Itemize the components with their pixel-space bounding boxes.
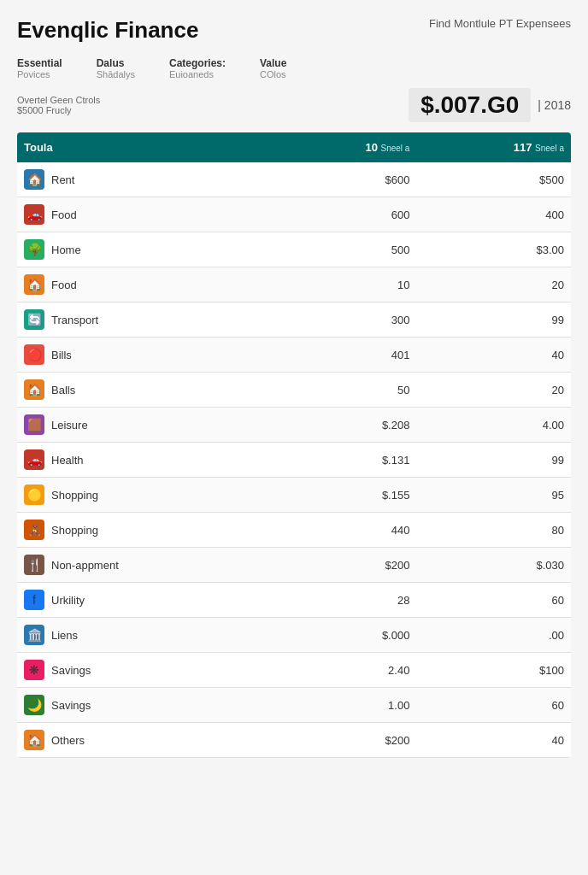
app-subtitle: Find Montlule PT Expensees	[429, 17, 571, 30]
category-cell: 🏠 Balls	[17, 373, 277, 408]
category-cell: 🚗 Health	[17, 443, 277, 478]
col2-value: 60	[416, 583, 571, 618]
table-row: 🌙 Savings 1.0060	[17, 688, 571, 723]
col2-value: 40	[416, 723, 571, 758]
category-icon: 🍴	[24, 555, 44, 575]
category-icon: 🚗	[24, 204, 44, 225]
table-row: 🟫 Leisure $.2084.00	[17, 408, 571, 443]
category-cell: 🍴 Non-appment	[17, 548, 277, 583]
meta-row: Essential Povices Dalus Shādalys Categor…	[17, 57, 571, 79]
col2-value: $100	[416, 653, 571, 688]
category-cell: 🚗 Food	[17, 197, 277, 232]
category-name: Shopping	[51, 489, 98, 502]
summary-left: Overtel Geen Ctrols $5000 Frucly	[17, 95, 100, 115]
table-row: 🍴 Non-appment $200$.030	[17, 548, 571, 583]
table-row: ❋ Savings 2.40$100	[17, 653, 571, 688]
col2-value: 4.00	[416, 408, 571, 443]
col1-value: 500	[277, 232, 416, 267]
category-name: Leisure	[51, 419, 88, 432]
col2-value: 99	[416, 443, 571, 478]
category-name: Liens	[51, 629, 78, 642]
col2-value: $3.00	[416, 232, 571, 267]
col1-value: $200	[277, 548, 416, 583]
col1-value: 440	[277, 513, 416, 548]
table-row: 🚗 Health $.13199	[17, 443, 571, 478]
category-icon: 🏠	[24, 379, 44, 400]
category-name: Balls	[51, 384, 75, 396]
meta-sublabel-2: Euioaneds	[169, 69, 226, 79]
col2-value: 40	[416, 338, 571, 373]
category-name: Food	[51, 279, 77, 291]
category-name: Non-appment	[51, 559, 119, 572]
summary-line1: Overtel Geen Ctrols	[17, 95, 100, 105]
col1-header: 10 Sneel a	[277, 132, 416, 162]
table-row: 🏠 Balls 5020	[17, 373, 571, 408]
col2-header: 117 Sneel a	[416, 132, 571, 162]
table-row: f Urkility 2860	[17, 583, 571, 618]
col2-value: 400	[416, 197, 571, 232]
col2-value: 95	[416, 478, 571, 513]
category-icon: 🌳	[24, 239, 44, 260]
app-title: Evenqlic Finance	[17, 17, 198, 44]
col2-value: 60	[416, 688, 571, 723]
category-cell: 🏠 Rent	[17, 162, 277, 197]
category-icon: 🧸	[24, 520, 44, 540]
category-cell: 🔴 Bills	[17, 338, 277, 373]
meta-sublabel-0: Povices	[17, 69, 62, 79]
col1-value: $200	[277, 723, 416, 758]
table-row: 🧸 Shopping 44080	[17, 513, 571, 548]
table-row: 🏠 Rent $600$500	[17, 162, 571, 197]
category-cell: ❋ Savings	[17, 653, 277, 688]
category-name: Home	[51, 244, 81, 256]
category-name: Bills	[51, 349, 72, 361]
category-icon: 🏛️	[24, 625, 44, 645]
category-name: Savings	[51, 699, 91, 712]
category-name: Shopping	[51, 524, 98, 537]
category-cell: 🟫 Leisure	[17, 408, 277, 443]
col1-value: 10	[277, 267, 416, 302]
category-icon: 🏠	[24, 169, 44, 190]
summary-row: Overtel Geen Ctrols $5000 Frucly $.007.G…	[17, 88, 571, 122]
col1-value: 2.40	[277, 653, 416, 688]
category-cell: 🌙 Savings	[17, 688, 277, 723]
category-icon: 🏠	[24, 274, 44, 295]
category-cell: 🏠 Food	[17, 267, 277, 302]
meta-label-0: Essential	[17, 57, 62, 69]
summary-line2: $5000 Frucly	[17, 105, 100, 115]
category-name: Transport	[51, 314, 98, 326]
meta-sublabel-3: COlos	[260, 69, 286, 79]
header: Evenqlic Finance Find Montlule PT Expens…	[17, 17, 571, 44]
category-cell: 🧸 Shopping	[17, 513, 277, 548]
category-icon: 🔄	[24, 309, 44, 330]
col2-value: 20	[416, 267, 571, 302]
category-cell: 🏛️ Liens	[17, 618, 277, 653]
col1-value: 600	[277, 197, 416, 232]
category-cell: 🏠 Others	[17, 723, 277, 758]
expense-table: Toula 10 Sneel a 117 Sneel a 🏠 Rent $600…	[17, 132, 571, 758]
category-cell: f Urkility	[17, 583, 277, 618]
category-name: Urkility	[51, 594, 85, 607]
col-category: Toula	[17, 132, 277, 162]
summary-right: $.007.G0 | 2018	[409, 88, 571, 122]
meta-col-1: Dalus Shādalys	[97, 57, 135, 79]
category-icon: f	[24, 590, 44, 610]
category-icon: 🚗	[24, 449, 44, 470]
meta-sublabel-1: Shādalys	[97, 69, 135, 79]
table-row: 🔴 Bills 40140	[17, 338, 571, 373]
col1-value: $600	[277, 162, 416, 197]
category-name: Others	[51, 734, 85, 747]
category-cell: 🌳 Home	[17, 232, 277, 267]
col1-value: 300	[277, 302, 416, 338]
col1-value: 50	[277, 373, 416, 408]
summary-year: | 2018	[538, 98, 571, 112]
category-icon: 🔴	[24, 344, 44, 365]
table-row: 🔄 Transport 30099	[17, 302, 571, 338]
meta-col-0: Essential Povices	[17, 57, 62, 79]
table-row: 🏛️ Liens $.000.00	[17, 618, 571, 653]
col2-value: 20	[416, 373, 571, 408]
col2-value: .00	[416, 618, 571, 653]
table-row: 🏠 Food 1020	[17, 267, 571, 302]
col2-value: 99	[416, 302, 571, 338]
category-cell: 🟡 Shopping	[17, 478, 277, 513]
meta-col-2: Categories: Euioaneds	[169, 57, 226, 79]
